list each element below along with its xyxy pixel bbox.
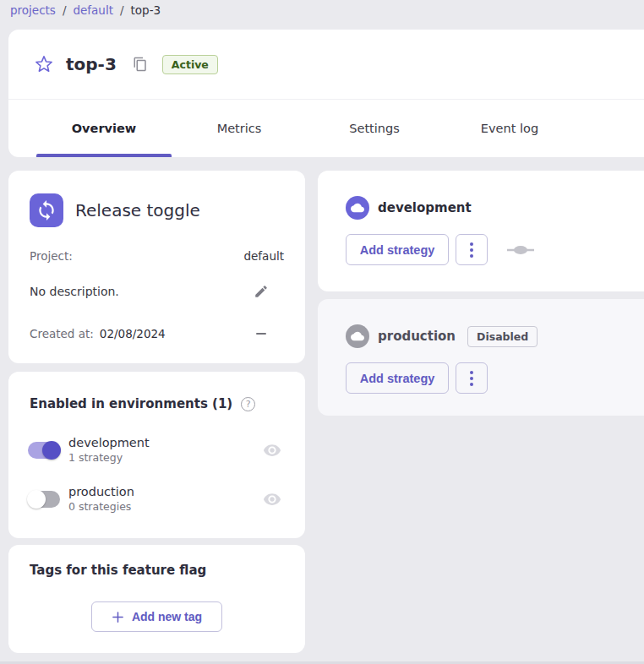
- tab-event-log-label: Event log: [481, 122, 538, 135]
- copy-name-button[interactable]: [132, 56, 149, 73]
- minus-icon: [256, 333, 266, 335]
- breadcrumb-projects-link[interactable]: projects: [10, 3, 56, 17]
- breadcrumb-current-page: top-3: [131, 3, 161, 17]
- tab-overview-label: Overview: [72, 122, 136, 135]
- feature-title-row: top-3 Active: [8, 30, 644, 100]
- environment-name: production: [68, 485, 262, 498]
- eye-icon: [263, 441, 281, 460]
- edit-description-button[interactable]: [252, 282, 270, 301]
- tab-settings-label: Settings: [349, 122, 399, 135]
- feature-tabs: Overview Metrics Settings Event log: [36, 100, 577, 157]
- project-label: Project:: [30, 249, 73, 263]
- disabled-badge: Disabled: [467, 326, 538, 347]
- environment-panel-name: development: [378, 200, 472, 215]
- production-panel-actions: Add strategy: [346, 362, 488, 394]
- created-value: 02/08/2024: [100, 327, 166, 340]
- environment-strategy-count: 0 strategies: [68, 500, 262, 513]
- tags-title: Tags for this feature flag: [30, 563, 206, 578]
- release-toggle-icon: [30, 193, 63, 227]
- enabled-environments-header: Enabled in environments (1): [30, 396, 255, 411]
- favorite-button[interactable]: [34, 54, 54, 74]
- tags-card: Tags for this feature flag Add new tag: [8, 545, 305, 653]
- project-value: default: [243, 249, 284, 263]
- flag-details-card: Release toggle Project: default No descr…: [8, 171, 305, 363]
- enabled-environments-title: Enabled in environments (1): [30, 396, 232, 411]
- development-panel-header: development: [346, 196, 472, 220]
- toggle-knob: [27, 490, 46, 509]
- development-panel-actions: Add strategy: [346, 234, 535, 265]
- copy-icon: [133, 57, 148, 72]
- feature-flag-overview-page: projects / default / top-3 top-3 Active …: [0, 0, 644, 664]
- toggle-knob: [42, 441, 61, 460]
- created-label: Created at:: [30, 327, 94, 340]
- star-icon: [35, 55, 53, 73]
- cloud-icon: [351, 201, 364, 215]
- breadcrumb: projects / default / top-3: [10, 3, 161, 17]
- cloud-icon: [351, 329, 364, 343]
- add-strategy-label: Add strategy: [360, 372, 435, 385]
- feature-header-card: top-3 Active Overview Metrics Settings E…: [8, 30, 644, 157]
- help-icon[interactable]: [241, 397, 255, 411]
- active-tab-indicator: [36, 154, 172, 157]
- add-strategy-button[interactable]: Add strategy: [346, 362, 449, 394]
- environment-strategy-count: 1 strategy: [68, 451, 262, 464]
- loop-icon: [35, 199, 57, 221]
- environment-more-actions-button[interactable]: [456, 234, 488, 265]
- add-new-tag-label: Add new tag: [132, 610, 202, 623]
- tab-event-log[interactable]: Event log: [442, 100, 577, 157]
- collapse-details-button[interactable]: [252, 324, 270, 343]
- environment-cloud-badge: [346, 196, 369, 220]
- tab-settings[interactable]: Settings: [307, 100, 442, 157]
- more-vert-icon: [470, 383, 473, 386]
- add-strategy-button[interactable]: Add strategy: [346, 234, 449, 265]
- production-panel-header: production Disabled: [346, 324, 538, 348]
- more-vert-icon: [470, 377, 473, 380]
- environment-row-development: development 1 strategy: [28, 436, 282, 464]
- tab-metrics-label: Metrics: [217, 122, 262, 135]
- plus-icon: [112, 611, 124, 623]
- show-environment-button[interactable]: [262, 440, 282, 460]
- add-strategy-label: Add strategy: [360, 243, 435, 257]
- flag-type-row: Release toggle: [30, 193, 200, 227]
- created-row: Created at: 02/08/2024: [30, 324, 270, 343]
- breadcrumb-separator: /: [63, 3, 67, 17]
- development-toggle[interactable]: [28, 442, 60, 459]
- environment-cloud-badge: [346, 324, 369, 348]
- pencil-icon: [254, 284, 269, 299]
- production-environment-panel: production Disabled Add strategy: [318, 299, 644, 416]
- page-title: top-3: [66, 54, 117, 74]
- more-vert-icon: [470, 242, 473, 246]
- more-vert-icon: [470, 248, 473, 252]
- breadcrumb-default-link[interactable]: default: [73, 3, 113, 17]
- eye-icon: [263, 490, 281, 509]
- environment-name: development: [68, 436, 262, 449]
- development-environment-panel: development Add strategy: [318, 171, 644, 291]
- flag-type-label: Release toggle: [75, 200, 200, 220]
- production-toggle[interactable]: [28, 491, 60, 508]
- environment-more-actions-button[interactable]: [456, 362, 488, 394]
- environment-row-production: production 0 strategies: [28, 485, 282, 513]
- project-row: Project: default: [30, 249, 284, 263]
- breadcrumb-separator: /: [120, 3, 124, 17]
- enabled-environments-card: Enabled in environments (1) development …: [8, 372, 305, 538]
- show-environment-button[interactable]: [262, 489, 282, 509]
- tab-overview[interactable]: Overview: [36, 100, 172, 157]
- description-text: No description.: [30, 285, 119, 298]
- separator-icon: [506, 245, 535, 255]
- status-badge: Active: [162, 55, 218, 74]
- tab-metrics[interactable]: Metrics: [172, 100, 307, 157]
- more-vert-icon: [470, 254, 473, 258]
- description-row: No description.: [30, 282, 270, 301]
- add-new-tag-button[interactable]: Add new tag: [91, 601, 222, 632]
- more-vert-icon: [470, 371, 473, 374]
- environment-panel-name: production: [378, 329, 456, 344]
